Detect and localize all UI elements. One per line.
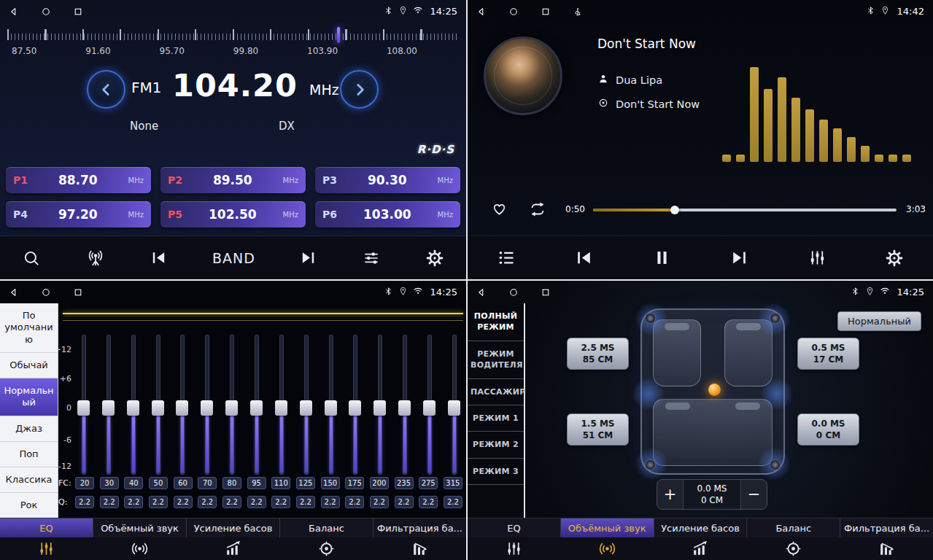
favorite-heart-icon[interactable] — [491, 201, 508, 220]
nav-back-icon[interactable] — [9, 7, 19, 17]
eq-preset-default[interactable]: По умолчанию — [0, 303, 58, 353]
eq-band-slider[interactable] — [247, 335, 265, 475]
mixer-icon[interactable] — [808, 248, 827, 268]
nav-recents-icon[interactable] — [73, 7, 83, 17]
filter-tab-icon[interactable] — [840, 537, 933, 560]
surround-tab-icon[interactable] — [93, 537, 187, 560]
preset-button-p3[interactable]: P390.30MHz — [315, 167, 460, 193]
slider-handle[interactable] — [152, 400, 164, 416]
next-track-icon[interactable] — [729, 248, 749, 268]
delay-decrease-button[interactable]: − — [740, 480, 767, 509]
tab-eq[interactable]: EQ — [0, 518, 93, 537]
eq-preset-jazz[interactable]: Джаз — [0, 416, 58, 442]
eq-band-slider[interactable] — [149, 335, 166, 475]
settings-gear-icon[interactable] — [885, 249, 904, 268]
mode-passenger[interactable]: ПАССАЖИР — [468, 379, 524, 405]
slider-handle[interactable] — [201, 400, 213, 416]
eq-preset-custom[interactable]: Обычай — [0, 353, 58, 378]
eq-band-slider[interactable] — [420, 335, 438, 475]
frequency-ruler[interactable] — [7, 27, 458, 43]
eq-tab-icon[interactable] — [468, 537, 561, 560]
eq-band-slider[interactable] — [322, 335, 339, 475]
rear-right-delay-button[interactable]: 0.0 MS 0 CM — [797, 413, 859, 446]
tab-surround[interactable]: Объёмный звук — [93, 518, 187, 537]
band-button[interactable]: BAND — [212, 250, 255, 266]
bass-boost-tab-icon[interactable] — [187, 537, 280, 560]
eq-band-slider[interactable] — [198, 335, 215, 475]
audio-settings-icon[interactable] — [362, 249, 381, 268]
nav-home-icon[interactable] — [41, 287, 51, 298]
eq-band-slider[interactable] — [445, 335, 462, 475]
progress-thumb[interactable] — [670, 206, 679, 214]
slider-handle[interactable] — [398, 400, 411, 416]
eq-preset-rock[interactable]: Рок — [0, 493, 58, 518]
tab-bass-boost[interactable]: Усиление басов — [654, 518, 748, 537]
nav-back-icon[interactable] — [476, 7, 487, 17]
surround-tab-icon[interactable] — [561, 537, 654, 560]
progress-bar[interactable] — [593, 209, 897, 211]
settings-gear-icon[interactable] — [425, 249, 444, 268]
rear-left-delay-button[interactable]: 1.5 MS 51 CM — [567, 413, 629, 446]
mode-3[interactable]: РЕЖИМ 3 — [468, 459, 524, 485]
eq-band-slider[interactable] — [346, 335, 363, 475]
front-left-delay-button[interactable]: 2.5 MS 85 CM — [567, 338, 629, 370]
eq-band-slider[interactable] — [371, 335, 388, 475]
mode-driver[interactable]: РЕЖИМ ВОДИТЕЛЯ — [468, 341, 524, 379]
nav-back-icon[interactable] — [476, 287, 487, 298]
nav-home-icon[interactable] — [41, 7, 51, 17]
playlist-icon[interactable] — [497, 248, 516, 268]
eq-band-slider[interactable] — [173, 335, 190, 475]
eq-preset-classic[interactable]: Классика — [0, 467, 58, 493]
tune-down-button[interactable] — [87, 70, 125, 109]
slider-handle[interactable] — [176, 400, 188, 416]
slider-handle[interactable] — [275, 400, 287, 416]
tab-filter[interactable]: Фильтрация ба... — [840, 518, 933, 537]
slider-handle[interactable] — [127, 400, 139, 416]
bass-boost-tab-icon[interactable] — [654, 537, 747, 560]
slider-handle[interactable] — [250, 400, 263, 416]
preset-button-p2[interactable]: P289.50MHz — [160, 167, 306, 193]
previous-track-icon[interactable] — [574, 248, 594, 268]
eq-band-slider[interactable] — [222, 335, 240, 475]
tab-balance[interactable]: Баланс — [747, 518, 840, 537]
nav-recents-icon[interactable] — [541, 7, 551, 17]
eq-band-slider[interactable] — [395, 335, 413, 475]
slider-handle[interactable] — [448, 400, 460, 416]
eq-band-slider[interactable] — [272, 335, 290, 475]
eq-tab-icon[interactable] — [0, 537, 93, 560]
delay-increase-button[interactable]: + — [657, 480, 684, 509]
repeat-icon[interactable] — [529, 201, 546, 221]
balance-tab-icon[interactable] — [279, 537, 373, 560]
slider-handle[interactable] — [373, 400, 386, 416]
preset-button-p5[interactable]: P5102.50MHz — [160, 201, 306, 228]
tab-balance[interactable]: Баланс — [280, 518, 373, 537]
eq-preset-pop[interactable]: Поп — [0, 442, 58, 467]
slider-handle[interactable] — [225, 400, 238, 416]
preset-button-p6[interactable]: P6103.00MHz — [315, 201, 460, 228]
filter-tab-icon[interactable] — [373, 537, 466, 560]
mode-1[interactable]: РЕЖИМ 1 — [468, 405, 524, 432]
pause-icon[interactable] — [652, 248, 672, 268]
eq-band-slider[interactable] — [99, 335, 117, 475]
preset-button-p1[interactable]: P188.70MHz — [6, 167, 151, 193]
preset-button-p4[interactable]: P497.20MHz — [6, 201, 151, 228]
next-station-icon[interactable] — [299, 249, 317, 267]
eq-preset-normal[interactable]: Нормальный — [0, 378, 58, 416]
nav-home-icon[interactable] — [508, 287, 519, 298]
slider-handle[interactable] — [423, 400, 435, 416]
tab-eq[interactable]: EQ — [468, 518, 561, 537]
eq-band-slider[interactable] — [124, 335, 142, 475]
tab-filter[interactable]: Фильтрация ба... — [373, 518, 466, 537]
previous-station-icon[interactable] — [150, 249, 168, 267]
eq-band-slider[interactable] — [74, 335, 92, 475]
slider-handle[interactable] — [325, 400, 337, 416]
slider-handle[interactable] — [77, 400, 90, 416]
nav-recents-icon[interactable] — [73, 287, 83, 298]
slider-handle[interactable] — [349, 400, 361, 416]
sound-preset-button[interactable]: Нормальный — [837, 311, 921, 331]
broadcast-antenna-icon[interactable] — [85, 248, 106, 268]
balance-tab-icon[interactable] — [747, 537, 840, 560]
nav-recents-icon[interactable] — [541, 287, 551, 298]
tune-up-button[interactable] — [340, 70, 379, 109]
tab-bass-boost[interactable]: Усиление басов — [187, 518, 280, 537]
